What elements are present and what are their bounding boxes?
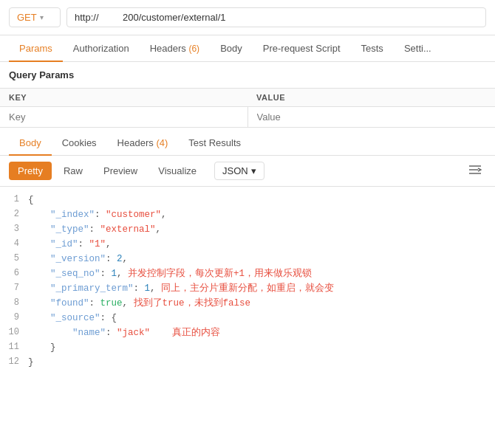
format-raw-button[interactable]: Raw — [55, 162, 92, 180]
method-label: GET — [17, 12, 37, 23]
response-tabs: Body Cookies Headers (4) Test Results — [0, 131, 495, 156]
tab-body[interactable]: Body — [210, 35, 253, 61]
json-line-12: 12 } — [0, 355, 495, 370]
json-line-1: 1 { — [0, 193, 495, 207]
response-tab-test-results[interactable]: Test Results — [178, 131, 251, 155]
format-bar: Pretty Raw Preview Visualize JSON ▾ — [0, 156, 495, 187]
response-tab-headers[interactable]: Headers (4) — [107, 131, 179, 155]
key-column-header: KEY — [0, 89, 248, 107]
format-visualize-button[interactable]: Visualize — [149, 162, 205, 180]
json-content: 1 { 2 "_index": "customer", 3 "_type": "… — [0, 187, 495, 376]
format-pretty-button[interactable]: Pretty — [9, 162, 52, 180]
tab-headers[interactable]: Headers (6) — [140, 35, 210, 61]
json-line-5: 5 "_version": 2, — [0, 252, 495, 266]
response-tab-body[interactable]: Body — [9, 131, 52, 155]
json-line-4: 4 "_id": "1", — [0, 237, 495, 252]
url-bar: GET ▾ — [0, 0, 495, 35]
tab-settings[interactable]: Setti... — [394, 35, 442, 61]
json-line-8: 8 "found": true, 找到了true，未找到false — [0, 296, 495, 311]
json-line-2: 2 "_index": "customer", — [0, 207, 495, 222]
json-line-11: 11 } — [0, 340, 495, 355]
value-column-header: VALUE — [248, 89, 495, 107]
query-params-header: Query Params — [0, 62, 495, 88]
method-select[interactable]: GET ▾ — [9, 7, 61, 27]
tab-authorization[interactable]: Authorization — [63, 35, 140, 61]
format-preview-button[interactable]: Preview — [95, 162, 146, 180]
key-input[interactable] — [9, 111, 239, 123]
json-line-10: 10 "name": "jack" 真正的内容 — [0, 325, 495, 340]
tab-tests[interactable]: Tests — [351, 35, 394, 61]
json-line-6: 6 "_seq_no": 1, 并发控制字段，每次更新+1，用来做乐观锁 — [0, 266, 495, 281]
request-tabs: Params Authorization Headers (6) Body Pr… — [0, 35, 495, 62]
tab-pre-request[interactable]: Pre-request Script — [253, 35, 351, 61]
params-table: KEY VALUE — [0, 88, 495, 128]
value-input[interactable] — [257, 111, 487, 123]
chevron-down-icon: ▾ — [40, 13, 44, 21]
params-row-empty — [0, 107, 495, 128]
json-line-3: 3 "_type": "external", — [0, 222, 495, 237]
url-input[interactable] — [66, 7, 486, 27]
response-tab-cookies[interactable]: Cookies — [52, 131, 107, 155]
chevron-down-icon: ▾ — [251, 165, 256, 176]
json-line-9: 9 "_source": { — [0, 311, 495, 325]
tab-params[interactable]: Params — [9, 35, 63, 61]
wrap-icon[interactable] — [464, 163, 486, 179]
format-type-select[interactable]: JSON ▾ — [214, 162, 264, 180]
json-line-7: 7 "_primary_term": 1, 同上，主分片重新分配，如重启，就会变 — [0, 281, 495, 296]
